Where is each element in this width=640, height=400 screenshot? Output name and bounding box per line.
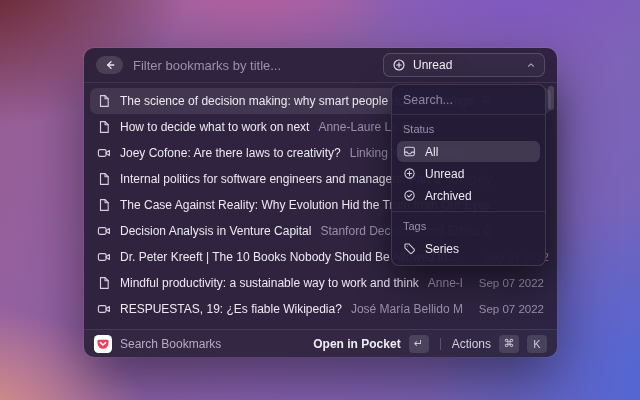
bookmark-author: José María Bellido Morillas — [351, 302, 462, 316]
document-icon — [97, 276, 111, 290]
footer-divider — [440, 338, 441, 350]
dropdown-search-input[interactable] — [392, 85, 545, 115]
search-header: Unread — [84, 48, 557, 83]
enter-key[interactable]: ↵ — [409, 335, 429, 353]
video-icon — [97, 302, 111, 316]
dropdown-item-label: All — [425, 145, 438, 159]
bookmark-title: RESPUESTAS, 19: ¿Es fiable Wikipedia? — [120, 302, 342, 316]
dropdown-item-unread[interactable]: Unread — [397, 163, 540, 184]
pocket-icon — [94, 335, 112, 353]
dropdown-section-title: Status — [392, 115, 545, 140]
bookmark-date: Sep 07 2022 — [471, 303, 544, 315]
dropdown-section-title: Tags — [392, 212, 545, 237]
actions-menu-button[interactable]: Actions — [452, 337, 491, 351]
dropdown-item-label: Series — [425, 242, 459, 256]
bookmark-title: How to decide what to work on next — [120, 120, 309, 134]
status-filter-dropdown-panel: StatusAllUnreadArchivedTagsSeries — [391, 84, 546, 266]
dropdown-item-series[interactable]: Series — [397, 238, 540, 259]
document-icon — [97, 198, 111, 212]
status-bar: Search Bookmarks Open in Pocket ↵ Action… — [84, 329, 557, 357]
inbox-icon — [403, 145, 416, 158]
tag-icon — [403, 242, 416, 255]
video-icon — [97, 146, 111, 160]
list-item[interactable]: Mindful productivity: a sustainable way … — [90, 270, 551, 296]
list-item[interactable]: RESPUESTAS, 19: ¿Es fiable Wikipedia?Jos… — [90, 296, 551, 322]
bookmark-author: Anne-Laure Le Cunff — [428, 276, 462, 290]
dropdown-section: TagsSeries — [392, 211, 545, 259]
arrow-left-icon — [104, 59, 116, 71]
bookmark-title: Decision Analysis in Venture Capital — [120, 224, 311, 238]
bookmark-title: Joey Cofone: Are there laws to creativit… — [120, 146, 341, 160]
dropdown-item-archived[interactable]: Archived — [397, 185, 540, 206]
video-icon — [97, 250, 111, 264]
dropdown-item-label: Archived — [425, 189, 472, 203]
filter-bookmarks-input[interactable] — [133, 58, 373, 73]
circle-plus-icon — [403, 167, 416, 180]
chevron-up-icon — [526, 60, 536, 70]
command-palette-window: Unread The science of decision making: w… — [84, 48, 557, 357]
dropdown-section: StatusAllUnreadArchived — [392, 115, 545, 206]
document-icon — [97, 172, 111, 186]
extension-name: Search Bookmarks — [120, 337, 221, 351]
dropdown-item-label: Unread — [425, 167, 464, 181]
status-filter-value: Unread — [413, 58, 452, 72]
circle-check-icon — [403, 189, 416, 202]
document-icon — [97, 120, 111, 134]
open-in-pocket-action[interactable]: Open in Pocket — [313, 337, 400, 351]
back-button[interactable] — [96, 56, 123, 74]
cmd-key[interactable]: ⌘ — [499, 335, 519, 353]
k-key[interactable]: K — [527, 335, 547, 353]
dropdown-sections: StatusAllUnreadArchivedTagsSeries — [392, 115, 545, 259]
document-icon — [97, 94, 111, 108]
video-icon — [97, 224, 111, 238]
bookmark-date: Sep 07 2022 — [471, 277, 544, 289]
bookmark-title: Mindful productivity: a sustainable way … — [120, 276, 419, 290]
status-filter-dropdown-button[interactable]: Unread — [383, 53, 545, 77]
dropdown-item-all[interactable]: All — [397, 141, 540, 162]
scrollbar-thumb[interactable] — [548, 86, 554, 110]
circle-plus-icon — [392, 58, 406, 72]
